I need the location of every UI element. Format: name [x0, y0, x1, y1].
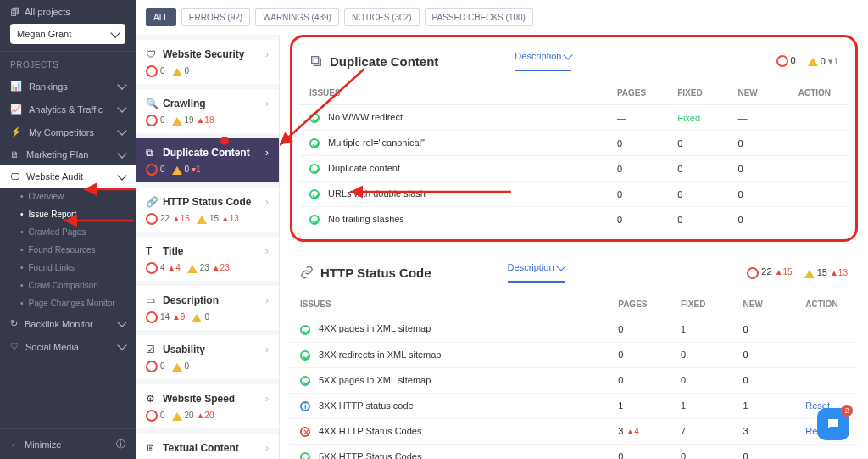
filter-passed[interactable]: PASSED CHECKS (100): [425, 8, 533, 26]
sidebar-item-backlink[interactable]: ↻Backlink Monitor: [0, 312, 136, 335]
sidebar-item-marketing[interactable]: 🗎Marketing Plan: [0, 143, 136, 165]
cell-pages: 1: [608, 393, 670, 418]
card-title: Duplicate Content: [163, 147, 265, 159]
chevron-right-icon: ›: [265, 147, 269, 159]
error-count: 0: [146, 361, 165, 372]
table-row[interactable]: 4XX HTTP Status Codes 3 ▲4 7 3 Reset: [290, 418, 858, 444]
table-row[interactable]: Duplicate content 0 0 0: [299, 156, 849, 182]
issue-name: 5XX HTTP Status Codes: [319, 451, 421, 459]
marketing-icon: 🗎: [10, 149, 19, 160]
table-row[interactable]: Multiple rel="canonical" 0 0 0: [299, 131, 849, 156]
category-card-httpstatus[interactable]: 🔗HTTP Status Code›22 ▲1515 ▲13: [136, 188, 279, 232]
chevron-right-icon: ›: [265, 98, 269, 109]
col-issues: Issues: [299, 81, 607, 105]
backlink-icon: ↻: [10, 318, 18, 329]
chevron-right-icon: ›: [265, 442, 269, 454]
table-row[interactable]: 5XX pages in XML sitemap 0 0 0: [290, 367, 858, 393]
minimize-icon: ←: [10, 439, 19, 450]
duplicate-icon: ⧉: [146, 147, 158, 159]
cell-new: 0: [733, 342, 796, 367]
sort-dropdown[interactable]: Description: [515, 51, 571, 71]
svg-rect-1: [314, 59, 320, 65]
section-error-count: 22 ▲15: [747, 266, 792, 278]
chat-fab[interactable]: 2: [817, 408, 849, 440]
sidebar-sub-item[interactable]: Crawl Comparison: [0, 277, 136, 294]
chevron-down-icon: [564, 50, 573, 59]
sidebar-item-label: Website Audit: [26, 171, 83, 182]
sidebar-sub-item[interactable]: Found Resources: [0, 241, 136, 259]
sidebar-item-rankings[interactable]: 📊Rankings: [0, 75, 136, 98]
cell-action: [795, 444, 858, 459]
cell-action: [788, 207, 849, 232]
ok-icon: [300, 325, 310, 335]
sidebar-item-audit[interactable]: 🖵Website Audit: [0, 165, 136, 188]
cell-action: [788, 182, 849, 207]
issue-name: 4XX pages in XML sitemap: [319, 323, 431, 333]
filter-notices[interactable]: NOTICES (302): [344, 8, 420, 26]
issue-name: Multiple rel="canonical": [328, 137, 425, 148]
filter-tabs: ALL ERRORS (92) WARNINGS (439) NOTICES (…: [136, 0, 868, 35]
back-to-projects[interactable]: 🗐 All projects: [10, 7, 125, 17]
chevron-down-icon: [556, 261, 565, 271]
category-card-security[interactable]: 🛡Website Security›00: [136, 40, 279, 84]
table-row[interactable]: 4XX pages in XML sitemap 0 1 0: [290, 316, 858, 342]
cell-fixed: 1: [670, 316, 733, 342]
category-card-usability[interactable]: ☑Usability›00: [136, 335, 279, 379]
card-title: Title: [163, 245, 265, 257]
cell-new: 0: [733, 316, 796, 342]
httpstatus-icon: 🔗: [146, 196, 158, 208]
section-warn-count: 15 ▲13: [804, 267, 848, 277]
category-card-textual[interactable]: 🗎Textual Content›016 ▲13: [136, 434, 279, 459]
sort-dropdown[interactable]: Description: [508, 262, 565, 283]
filter-all[interactable]: ALL: [146, 8, 176, 26]
category-card-description[interactable]: ▭Description›14 ▲90: [136, 286, 279, 330]
table-row[interactable]: No trailing slashes 0 0 0: [299, 207, 849, 232]
sidebar-sub-item[interactable]: Issue Report: [0, 205, 136, 223]
category-card-duplicate[interactable]: ⧉Duplicate Content›00 ▾1: [136, 138, 279, 182]
minimize-button[interactable]: ← Minimize: [10, 439, 61, 450]
table-row[interactable]: URLs with double slash 0 0 0: [299, 182, 849, 207]
ok-icon: [300, 452, 310, 459]
sidebar-item-social[interactable]: ♡Social Media: [0, 335, 136, 358]
table-row[interactable]: No WWW redirect — Fixed —: [299, 105, 849, 131]
issue-name: 3XX redirects in XML sitemap: [319, 350, 441, 360]
warn-count: 20 ▲20: [172, 411, 214, 420]
category-card-crawling[interactable]: 🔍Crawling›019 ▲18: [136, 89, 279, 133]
filter-warnings[interactable]: WARNINGS (439): [255, 8, 339, 26]
chevron-right-icon: ›: [265, 196, 269, 208]
textual-icon: 🗎: [146, 442, 158, 454]
warn-count: 15 ▲13: [197, 214, 239, 223]
help-icon[interactable]: ⓘ: [116, 438, 125, 451]
error-count: 0: [146, 410, 165, 422]
sidebar-item-competitors[interactable]: ⚡My Competitors: [0, 120, 136, 143]
sidebar-item-analytics[interactable]: 📈Analytics & Traffic: [0, 98, 136, 120]
chat-icon: [826, 417, 841, 432]
description-icon: ▭: [146, 294, 158, 306]
sidebar-sub-item[interactable]: Overview: [0, 188, 136, 205]
category-card-speed[interactable]: ⚙Website Speed›020 ▲20: [136, 384, 279, 428]
issue-name: 3XX HTTP status code: [319, 400, 414, 411]
category-card-title[interactable]: TTitle›4 ▲423 ▲23: [136, 237, 279, 281]
cell-pages: 0: [608, 316, 670, 342]
cell-new: 0: [733, 367, 796, 393]
sidebar-sub-item[interactable]: Crawled Pages: [0, 223, 136, 241]
table-row[interactable]: 3XX HTTP status code 1 1 1 Reset: [290, 393, 858, 418]
cell-fixed: Fixed: [667, 105, 727, 131]
analytics-icon: 📈: [10, 104, 22, 115]
col-action: Action: [788, 81, 849, 105]
sidebar-sub-item[interactable]: Page Changes Monitor: [0, 294, 136, 312]
chevron-right-icon: ›: [265, 344, 269, 355]
filter-errors[interactable]: ERRORS (92): [181, 8, 250, 26]
table-row[interactable]: 3XX redirects in XML sitemap 0 0 0: [290, 342, 858, 367]
svg-rect-0: [312, 57, 319, 64]
issue-name: 5XX pages in XML sitemap: [319, 375, 431, 385]
cell-action: [788, 156, 849, 182]
user-dropdown[interactable]: Megan Grant: [10, 24, 125, 44]
sidebar-sub-item[interactable]: Found Links: [0, 259, 136, 277]
cell-fixed: 0: [670, 444, 733, 459]
table-row[interactable]: 5XX HTTP Status Codes 0 0 0: [290, 444, 858, 459]
user-name: Megan Grant: [17, 29, 71, 39]
sidebar-item-label: Marketing Plan: [26, 149, 88, 160]
col-pages: Pages: [607, 81, 667, 105]
card-title: Usability: [163, 344, 265, 355]
